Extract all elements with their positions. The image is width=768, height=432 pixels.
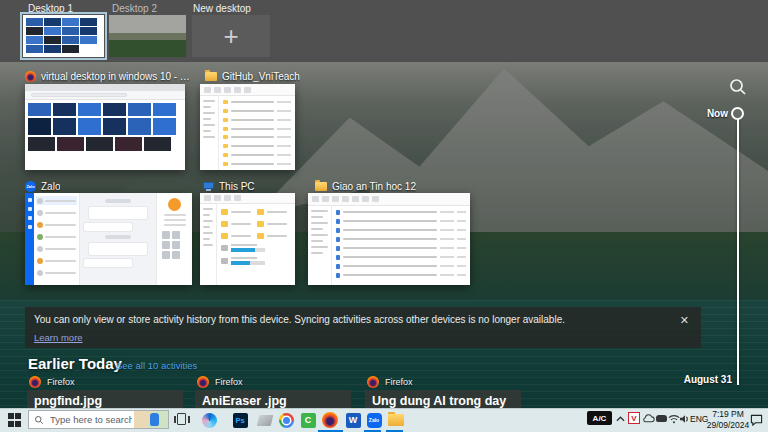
explorer-nav-pane — [200, 204, 217, 285]
window-thumbnail-thispc[interactable] — [200, 193, 295, 285]
action-center-icon — [750, 414, 763, 426]
browser-tabbar — [25, 84, 185, 91]
explorer-nav-pane — [200, 96, 219, 170]
unikey-icon[interactable]: V — [628, 412, 640, 424]
explorer-body — [200, 204, 295, 285]
explorer-file-list — [332, 206, 470, 285]
window-header-github: GitHub_VniTeach — [205, 70, 300, 82]
explorer-body — [308, 206, 470, 285]
window-thumbnail-firefox-search[interactable] — [25, 84, 185, 170]
chevron-up-icon — [616, 416, 625, 422]
new-desktop-label: New desktop — [193, 3, 251, 14]
activity-card-pngfind[interactable]: pngfind.jpg — [27, 390, 183, 410]
firefox-icon — [25, 71, 36, 82]
explorer-ribbon — [200, 84, 295, 96]
task-view-screen: Desktop 1 Desktop 2 New desktop + virtua… — [0, 0, 768, 432]
banner-message: You can only view or store activity hist… — [34, 314, 691, 325]
taskbar-copilot-button[interactable] — [200, 411, 218, 429]
zalo-icon-text: Zalo — [26, 184, 34, 189]
onedrive-tray-button[interactable] — [642, 412, 655, 425]
taskbar-clock[interactable]: 7:19 PM 29/09/2024 — [705, 409, 751, 430]
browser-toolbar — [25, 91, 185, 100]
file-explorer-icon — [388, 414, 404, 426]
dark-cloud-icon — [656, 415, 667, 422]
thispc-main — [217, 204, 295, 285]
taskbar-utility-button[interactable] — [256, 411, 274, 429]
windows-logo-icon — [8, 413, 14, 419]
task-view-button[interactable] — [174, 413, 190, 426]
taskbar-word-button[interactable]: W — [344, 411, 362, 429]
new-desktop-button[interactable]: + — [192, 15, 270, 57]
copilot-icon — [202, 413, 217, 428]
explorer-nav-pane — [308, 206, 332, 285]
explorer-body — [200, 96, 295, 170]
timeline-search-button[interactable] — [728, 77, 748, 97]
taskbar-search-box[interactable] — [28, 410, 169, 429]
tray-expand-button[interactable] — [614, 412, 627, 425]
window-thumbnail-zalo[interactable] — [25, 193, 192, 285]
window-title: GitHub_VniTeach — [222, 71, 300, 82]
activity-app-row: Firefox — [29, 375, 75, 389]
firefox-icon — [29, 376, 41, 388]
desktop-2-thumbnail[interactable] — [109, 15, 186, 57]
explorer-file-list — [219, 96, 295, 170]
image-results-grid — [25, 100, 185, 170]
this-pc-icon — [203, 182, 214, 191]
taskbar-green-app-button[interactable]: C — [299, 411, 317, 429]
taskbar-file-explorer-button[interactable] — [387, 411, 405, 429]
chrome-icon — [279, 413, 294, 428]
zalo-icon: Zalo — [25, 181, 36, 192]
activity-app-name: Firefox — [47, 377, 75, 387]
avatar — [168, 198, 181, 211]
explorer-ribbon — [308, 193, 470, 206]
plus-icon: + — [223, 21, 238, 52]
window-header-zalo: Zalo Zalo — [25, 180, 145, 192]
activity-app-name: Firefox — [215, 377, 243, 387]
utility-app-icon — [257, 415, 274, 426]
window-thumbnail-github[interactable] — [200, 84, 295, 170]
activity-title: pngfind.jpg — [34, 394, 102, 408]
clock-date: 29/09/2024 — [705, 420, 751, 431]
timeline-now-label: Now — [706, 108, 728, 119]
desktop-1-preview — [23, 15, 104, 57]
cloud-icon — [642, 414, 655, 423]
timeline-scrollbar[interactable] — [737, 119, 739, 385]
word-icon: W — [346, 413, 361, 428]
activity-card-ungdung-ai[interactable]: Ung dung AI trong day — [365, 390, 521, 410]
learn-more-link[interactable]: Learn more — [34, 332, 83, 343]
timeline-date-marker: August 31 — [658, 374, 732, 385]
activity-card-anieraser[interactable]: AniEraser .jpg — [195, 390, 351, 410]
window-title: virtual desktop in windows 10 - Tìm trên… — [41, 71, 191, 82]
zalo-sidebar — [25, 193, 34, 285]
desktop-1-thumbnail[interactable] — [23, 15, 104, 57]
close-icon[interactable]: ✕ — [680, 314, 689, 327]
activity-app-name: Firefox — [385, 377, 413, 387]
start-button[interactable] — [8, 413, 23, 428]
window-title: Giao an Tin hoc 12 — [332, 181, 416, 192]
taskbar-photoshop-button[interactable]: Ps — [231, 411, 249, 429]
taskbar-firefox-button[interactable] — [321, 411, 339, 429]
window-header-giaoan: Giao an Tin hoc 12 — [315, 180, 465, 192]
activity-title: Ung dung AI trong day — [372, 394, 506, 408]
see-all-activities-link[interactable]: See all 10 activities — [116, 360, 197, 371]
search-icon — [34, 415, 44, 425]
drive-c-row — [221, 243, 291, 253]
activity-app-row: Firefox — [367, 375, 413, 389]
clock-time: 7:19 PM — [705, 409, 751, 420]
activity-title: AniEraser .jpg — [202, 394, 287, 408]
search-box-graphic — [134, 411, 168, 428]
firefox-icon — [197, 376, 209, 388]
taskbar-zalo-button[interactable]: Zalo — [365, 411, 383, 429]
action-center-button[interactable] — [750, 413, 763, 426]
taskbar-chrome-button[interactable] — [277, 411, 295, 429]
activity-history-banner: You can only view or store activity hist… — [25, 307, 701, 348]
desktop-2-preview — [109, 15, 186, 57]
window-thumbnail-giaoan[interactable] — [308, 193, 470, 285]
ime-mode-badge[interactable]: A/C — [587, 411, 612, 425]
folder-icon — [315, 182, 327, 191]
search-input[interactable] — [48, 413, 134, 426]
folder-icon — [205, 72, 217, 81]
search-icon — [728, 77, 748, 97]
window-header-firefox-search: virtual desktop in windows 10 - Tìm trên… — [25, 70, 191, 82]
window-header-thispc: This PC — [203, 180, 293, 192]
